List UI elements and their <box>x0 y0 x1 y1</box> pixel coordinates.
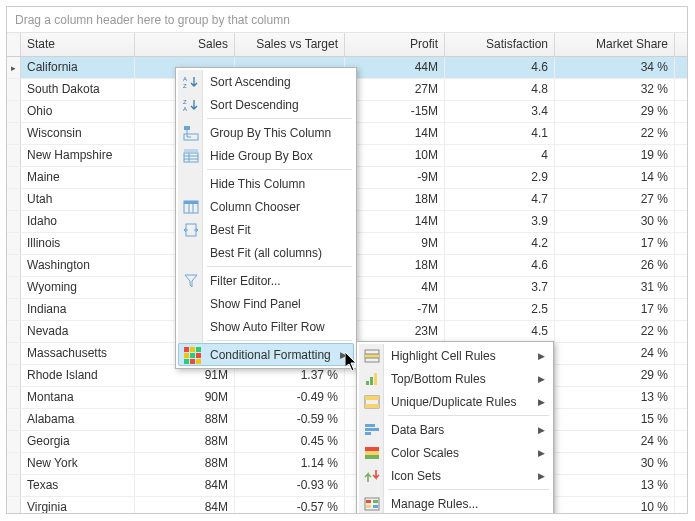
cell-profit[interactable]: 18M <box>345 189 445 210</box>
submenu-item-databars[interactable]: Data Bars▶ <box>359 418 551 441</box>
cell-profit[interactable]: -15M <box>345 101 445 122</box>
cell-state[interactable]: Rhode Island <box>21 365 135 386</box>
cell-mkt[interactable]: 24 % <box>555 431 675 452</box>
submenu-item-managerules[interactable]: Manage Rules... <box>359 492 551 514</box>
column-header-state[interactable]: State <box>21 33 135 56</box>
menu-item-group_by[interactable]: Group By This Column <box>178 121 354 144</box>
cell-mkt[interactable]: 13 % <box>555 475 675 496</box>
cell-state[interactable]: Massachusetts <box>21 343 135 364</box>
menu-item-hide_column[interactable]: Hide This Column <box>178 172 354 195</box>
cell-state[interactable]: Montana <box>21 387 135 408</box>
column-header-profit[interactable]: Profit <box>345 33 445 56</box>
menu-item-sort_asc[interactable]: AZSort Ascending <box>178 70 354 93</box>
submenu-item-colorscales[interactable]: Color Scales▶ <box>359 441 551 464</box>
cell-sat[interactable]: 3.9 <box>445 211 555 232</box>
cell-state[interactable]: Utah <box>21 189 135 210</box>
cell-state[interactable]: Illinois <box>21 233 135 254</box>
cell-state[interactable]: South Dakota <box>21 79 135 100</box>
table-row[interactable]: Georgia88M0.45 %224 % <box>7 431 687 453</box>
cell-mkt[interactable]: 10 % <box>555 497 675 514</box>
table-row[interactable]: New York88M1.14 %930 % <box>7 453 687 475</box>
cell-mkt[interactable]: 30 % <box>555 453 675 474</box>
cell-mkt[interactable]: 19 % <box>555 145 675 166</box>
menu-item-sort_desc[interactable]: ZASort Descending <box>178 93 354 116</box>
cell-mkt[interactable]: 14 % <box>555 167 675 188</box>
menu-item-filter_editor[interactable]: Filter Editor... <box>178 269 354 292</box>
cell-mkt[interactable]: 17 % <box>555 233 675 254</box>
cell-sat[interactable]: 4.6 <box>445 57 555 78</box>
cell-svt[interactable]: -0.59 % <box>235 409 345 430</box>
cell-sat[interactable]: 3.7 <box>445 277 555 298</box>
menu-item-show_autofilter[interactable]: Show Auto Filter Row <box>178 315 354 338</box>
menu-item-show_find[interactable]: Show Find Panel <box>178 292 354 315</box>
cell-svt[interactable]: -0.49 % <box>235 387 345 408</box>
cell-sat[interactable]: 4.5 <box>445 321 555 342</box>
cell-mkt[interactable]: 29 % <box>555 365 675 386</box>
cell-svt[interactable]: 0.45 % <box>235 431 345 452</box>
cell-state[interactable]: Wyoming <box>21 277 135 298</box>
cell-state[interactable]: Texas <box>21 475 135 496</box>
cell-state[interactable]: Wisconsin <box>21 123 135 144</box>
cell-sat[interactable]: 4 <box>445 145 555 166</box>
submenu-item-iconsets[interactable]: Icon Sets▶ <box>359 464 551 487</box>
menu-item-cond_format[interactable]: Conditional Formatting▶ <box>178 343 354 366</box>
menu-item-hide_group_box[interactable]: Hide Group By Box <box>178 144 354 167</box>
group-by-panel[interactable]: Drag a column header here to group by th… <box>7 7 687 33</box>
cell-sales[interactable]: 84M <box>135 497 235 514</box>
cell-state[interactable]: New Hampshire <box>21 145 135 166</box>
column-header-svt[interactable]: Sales vs Target <box>235 33 345 56</box>
menu-item-best_fit[interactable]: Best Fit <box>178 218 354 241</box>
cell-sales[interactable]: 90M <box>135 387 235 408</box>
column-header-sales[interactable]: Sales <box>135 33 235 56</box>
cell-sat[interactable]: 4.7 <box>445 189 555 210</box>
cell-sat[interactable]: 3.4 <box>445 101 555 122</box>
cell-mkt[interactable]: 24 % <box>555 343 675 364</box>
cell-state[interactable]: Idaho <box>21 211 135 232</box>
submenu-item-topbottom[interactable]: Top/Bottom Rules▶ <box>359 367 551 390</box>
cell-mkt[interactable]: 34 % <box>555 57 675 78</box>
cell-state[interactable]: Maine <box>21 167 135 188</box>
cell-mkt[interactable]: 31 % <box>555 277 675 298</box>
cell-profit[interactable]: 14M <box>345 211 445 232</box>
cell-sat[interactable]: 2.5 <box>445 299 555 320</box>
cell-profit[interactable]: 9M <box>345 233 445 254</box>
cell-sat[interactable]: 4.8 <box>445 79 555 100</box>
cell-profit[interactable]: 27M <box>345 79 445 100</box>
cell-mkt[interactable]: 22 % <box>555 321 675 342</box>
cell-mkt[interactable]: 15 % <box>555 409 675 430</box>
cell-profit[interactable]: -9M <box>345 167 445 188</box>
cell-mkt[interactable]: 32 % <box>555 79 675 100</box>
cell-profit[interactable]: 10M <box>345 145 445 166</box>
cell-profit[interactable]: 23M <box>345 321 445 342</box>
menu-item-column_chooser[interactable]: Column Chooser <box>178 195 354 218</box>
cell-mkt[interactable]: 27 % <box>555 189 675 210</box>
cell-sat[interactable]: 4.1 <box>445 123 555 144</box>
column-header-mkt[interactable]: Market Share <box>555 33 675 56</box>
cell-sales[interactable]: 88M <box>135 431 235 452</box>
cell-sat[interactable]: 4.2 <box>445 233 555 254</box>
cell-state[interactable]: California <box>21 57 135 78</box>
cell-profit[interactable]: 14M <box>345 123 445 144</box>
cell-svt[interactable]: -0.93 % <box>235 475 345 496</box>
cell-sales[interactable]: 88M <box>135 453 235 474</box>
table-row[interactable]: Texas84M-0.93 %313 % <box>7 475 687 497</box>
cell-svt[interactable]: 1.14 % <box>235 453 345 474</box>
submenu-item-uniquedupe[interactable]: Unique/Duplicate Rules▶ <box>359 390 551 413</box>
cell-state[interactable]: Virginia <box>21 497 135 514</box>
cell-sat[interactable]: 4.6 <box>445 255 555 276</box>
cell-profit[interactable]: 4M <box>345 277 445 298</box>
cell-sales[interactable]: 84M <box>135 475 235 496</box>
menu-item-best_fit_all[interactable]: Best Fit (all columns) <box>178 241 354 264</box>
table-row[interactable]: Alabama88M-0.59 %415 % <box>7 409 687 431</box>
cell-sat[interactable]: 2.9 <box>445 167 555 188</box>
cell-svt[interactable]: -0.57 % <box>235 497 345 514</box>
cell-profit[interactable]: -7M <box>345 299 445 320</box>
cell-state[interactable]: Washington <box>21 255 135 276</box>
cell-state[interactable]: Georgia <box>21 431 135 452</box>
cell-state[interactable]: Ohio <box>21 101 135 122</box>
cell-mkt[interactable]: 17 % <box>555 299 675 320</box>
cell-state[interactable]: Nevada <box>21 321 135 342</box>
cell-mkt[interactable]: 29 % <box>555 101 675 122</box>
table-row[interactable]: Montana90M-0.49 %613 % <box>7 387 687 409</box>
cell-profit[interactable]: 18M <box>345 255 445 276</box>
